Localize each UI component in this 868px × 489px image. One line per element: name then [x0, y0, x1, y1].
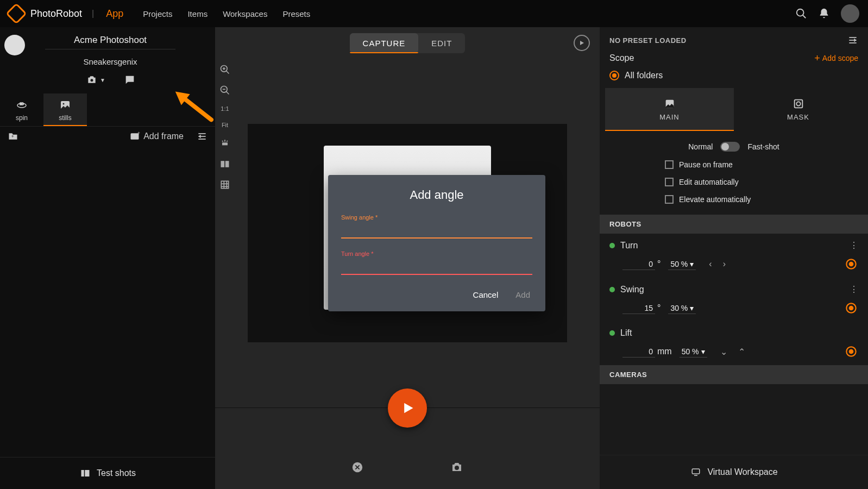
- tab-main[interactable]: MAIN: [605, 88, 734, 131]
- mode-edit[interactable]: EDIT: [418, 33, 465, 53]
- robot-swing: Swing ⋮ ° 30 % ▾: [600, 278, 868, 322]
- svg-rect-26: [221, 161, 225, 167]
- monitor-icon: [690, 467, 702, 477]
- svg-point-2: [91, 79, 93, 82]
- item-thumbnail[interactable]: [4, 35, 25, 55]
- play-preview-icon[interactable]: [574, 35, 590, 51]
- nav-items[interactable]: Items: [187, 9, 207, 18]
- robot-turn: Turn ⋮ ° 50 % ▾ ‹ ›: [600, 234, 868, 278]
- compare-icon[interactable]: [219, 159, 230, 170]
- zoom-fit[interactable]: Fit: [222, 122, 228, 128]
- target-icon[interactable]: [844, 344, 858, 359]
- project-title[interactable]: Acme Photoshoot: [45, 35, 175, 49]
- svg-rect-50: [693, 469, 700, 474]
- search-icon[interactable]: [795, 8, 807, 20]
- lift-value-input[interactable]: [622, 346, 655, 358]
- scope-all-folders[interactable]: All folders: [600, 68, 868, 88]
- checkbox-icon: [665, 160, 674, 169]
- svg-line-20: [227, 92, 229, 95]
- zoom-1-1[interactable]: 1:1: [221, 105, 229, 112]
- status-dot-icon: [609, 243, 615, 248]
- check-edit-auto[interactable]: Edit automatically: [600, 178, 868, 186]
- tab-mask[interactable]: MASK: [734, 88, 863, 131]
- tab-stills[interactable]: stills: [43, 93, 87, 126]
- grid-icon[interactable]: [219, 179, 230, 190]
- swing-angle-input[interactable]: [341, 222, 532, 239]
- turn-angle-input[interactable]: [341, 258, 532, 275]
- tab-stills-label: stills: [59, 114, 71, 122]
- zoom-in-icon[interactable]: [219, 64, 230, 75]
- lift-down-icon[interactable]: ⌄: [720, 347, 727, 357]
- lift-up-icon[interactable]: ⌃: [738, 347, 745, 357]
- shot-mode-toggle: Normal Fast-shot: [688, 142, 779, 152]
- single-shot-icon[interactable]: [450, 461, 463, 474]
- turn-next-icon[interactable]: ›: [723, 259, 726, 269]
- add-scope-button[interactable]: + Add scope: [814, 53, 858, 63]
- turn-unit: °: [657, 259, 661, 269]
- comments-icon[interactable]: [124, 74, 136, 86]
- fast-shot-toggle[interactable]: [720, 142, 740, 152]
- nav-projects[interactable]: Projects: [143, 9, 172, 18]
- test-shots-button[interactable]: Test shots: [97, 468, 136, 478]
- nav-workspaces[interactable]: Workspaces: [223, 9, 267, 18]
- collapse-panel-icon[interactable]: [197, 131, 207, 142]
- tab-spin-label: spin: [16, 114, 28, 122]
- swing-speed-select[interactable]: 30 % ▾: [668, 303, 696, 314]
- exposure-icon[interactable]: [219, 138, 230, 149]
- viewport-toolbar: 1:1 Fit: [215, 59, 235, 196]
- add-angle-dialog: Add angle Swing angle * Turn angle * Can…: [328, 175, 545, 311]
- camera-dropdown-icon[interactable]: ▼: [85, 74, 105, 86]
- nav-presets[interactable]: Presets: [282, 9, 310, 18]
- target-icon[interactable]: [844, 257, 858, 271]
- zoom-out-icon[interactable]: [219, 85, 230, 96]
- swing-value-input[interactable]: [622, 303, 655, 314]
- swing-angle-label: Swing angle *: [341, 214, 532, 221]
- robot-swing-label: Swing: [620, 285, 644, 294]
- add-folder-icon[interactable]: +: [8, 131, 18, 142]
- svg-marker-33: [404, 403, 413, 413]
- checkbox-icon: [665, 178, 674, 186]
- capture-play-button[interactable]: [388, 388, 427, 428]
- swing-unit: °: [657, 303, 661, 313]
- svg-rect-22: [222, 142, 228, 145]
- lift-speed-select[interactable]: 50 % ▾: [680, 346, 707, 358]
- mode-capture[interactable]: CAPTURE: [350, 33, 419, 53]
- chevron-down-icon: ▾: [701, 347, 705, 356]
- tab-spin[interactable]: 3D spin: [0, 93, 43, 126]
- check-pause-label: Pause on frame: [679, 160, 733, 169]
- status-dot-icon: [609, 330, 615, 336]
- svg-rect-13: [85, 470, 89, 477]
- center-top-bar: CAPTURE EDIT: [215, 27, 600, 59]
- user-avatar[interactable]: [841, 4, 859, 23]
- svg-point-47: [850, 306, 853, 310]
- toggle-fast-label: Fast-shot: [747, 142, 779, 151]
- svg-point-37: [455, 466, 459, 470]
- brand-app: App: [106, 8, 123, 20]
- svg-rect-42: [794, 100, 802, 108]
- turn-speed-value: 50 %: [670, 260, 688, 268]
- item-name[interactable]: Sneakersgenix: [30, 57, 190, 66]
- turn-speed-select[interactable]: 50 % ▾: [668, 259, 696, 270]
- cancel-capture-icon[interactable]: [351, 461, 363, 474]
- check-edit-label: Edit automatically: [679, 178, 739, 186]
- add-scope-label: Add scope: [822, 54, 858, 62]
- test-shots-icon: [79, 468, 91, 478]
- notifications-icon[interactable]: [818, 8, 830, 20]
- check-elevate-auto[interactable]: Elevate automatically: [600, 195, 868, 204]
- check-pause[interactable]: Pause on frame: [600, 160, 868, 169]
- target-icon[interactable]: [844, 301, 858, 315]
- svg-line-24: [222, 141, 223, 142]
- turn-value-input[interactable]: [622, 259, 655, 270]
- add-frame-button[interactable]: + Add frame: [129, 131, 184, 142]
- virtual-workspace-button[interactable]: Virtual Workspace: [707, 467, 777, 477]
- more-icon[interactable]: ⋮: [850, 240, 858, 250]
- cancel-button[interactable]: Cancel: [471, 287, 501, 303]
- svg-line-25: [227, 141, 228, 142]
- more-icon[interactable]: ⋮: [850, 284, 858, 294]
- turn-prev-icon[interactable]: ‹: [709, 259, 712, 269]
- svg-point-0: [797, 9, 804, 16]
- svg-line-16: [227, 71, 229, 74]
- add-button[interactable]: Add: [513, 287, 532, 303]
- right-tabs: MAIN MASK: [605, 88, 863, 131]
- collapse-right-icon[interactable]: [847, 35, 858, 46]
